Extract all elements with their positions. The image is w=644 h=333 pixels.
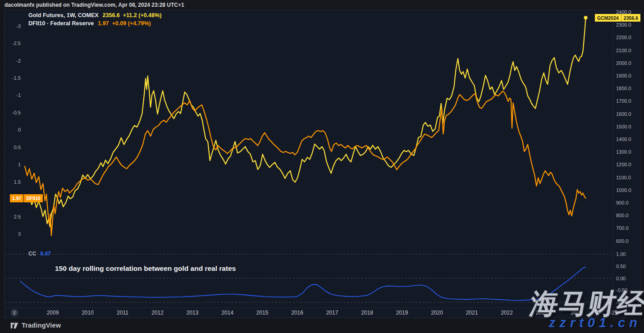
right-scale-tick: 1000.0 [616, 187, 631, 193]
watermark-url: zzrt01.cn [549, 315, 641, 330]
timezone-badge[interactable]: Z [11, 309, 18, 316]
legend[interactable]: Gold Futures, 1W, COMEX2356.6+11.2 (+0.4… [28, 11, 161, 27]
left-scale-tick: -1.5 [4, 75, 21, 81]
left-scale-tick: -1 [4, 92, 21, 98]
left-scale-tick: 2.5 [4, 214, 21, 220]
year-label: 2018 [354, 310, 381, 316]
gold-series-title[interactable]: Gold Futures, 1W, COMEX [28, 12, 99, 18]
year-label: 2015 [249, 310, 276, 316]
year-label: 2013 [179, 310, 206, 316]
dfii-series-title[interactable]: DFII10 · Federal Reserve [28, 20, 94, 27]
right-scale-tick: 2200.0 [616, 34, 631, 41]
right-scale-tick: 900.0 [616, 200, 629, 206]
year-label: 2017 [319, 310, 346, 316]
dfii-price-label: 1.97 [10, 194, 23, 202]
left-scale-tick: 0 [4, 127, 21, 133]
year-label: 2012 [144, 310, 171, 316]
attribution-text: dacolmanfx published on TradingView.com,… [5, 2, 184, 8]
right-scale-tick: 1300.0 [616, 149, 631, 155]
cc-scale-tick: 1.00 [616, 251, 626, 257]
right-scale-tick: 800.0 [616, 212, 629, 219]
cc-indicator-value: 0.47 [40, 251, 50, 257]
left-scale-tick: 3 [4, 231, 21, 237]
chart-annotation: 150 day rolling correlation between gold… [55, 265, 236, 273]
right-scale-tick: 1700.0 [616, 98, 631, 104]
dfii-axis-price-label: 1.97DFII10 [10, 194, 43, 202]
left-scale-tick: 0.5 [4, 144, 21, 151]
cc-scale-tick: 0.00 [616, 275, 626, 282]
tradingview-logo-text: TradingView [22, 322, 61, 329]
gold-change: +11.2 (+0.48%) [123, 12, 161, 18]
left-scale-tick: 1 [4, 161, 21, 168]
left-scale-tick: -3 [4, 23, 21, 29]
year-label: 2010 [74, 310, 101, 316]
right-scale-tick: 1100.0 [616, 174, 631, 181]
year-label: 2014 [214, 310, 241, 316]
dfii-last-value: 1.97 [98, 20, 109, 27]
year-label: 2009 [39, 310, 66, 316]
correlation-legend[interactable]: CC0.47 [28, 251, 51, 257]
right-scale-tick: 2300.0 [616, 22, 631, 28]
year-label: 2020 [424, 310, 451, 316]
right-scale-tick: 1200.0 [616, 161, 631, 168]
gold-axis-price-label: GCM20242356.6 [595, 14, 640, 22]
gold-symbol-label: GCM2024 [595, 14, 621, 22]
legend-row-gold[interactable]: Gold Futures, 1W, COMEX2356.6+11.2 (+0.4… [28, 11, 161, 19]
right-scale-tick: 1800.0 [616, 85, 631, 91]
right-scale-tick: 1500.0 [616, 123, 631, 130]
left-scale-tick: -2.5 [4, 40, 21, 46]
cc-indicator-name[interactable]: CC [28, 251, 36, 257]
right-scale-tick: 1400.0 [616, 136, 631, 142]
right-scale-tick: 2000.0 [616, 60, 631, 66]
gold-price-label: 2356.6 [621, 14, 640, 22]
dfii-symbol-label: DFII10 [24, 194, 43, 202]
cc-scale-tick: 0.50 [616, 263, 626, 269]
year-label: 2022 [493, 310, 521, 316]
gold-last-value: 2356.6 [103, 12, 120, 18]
year-label: 2016 [284, 310, 311, 316]
right-scale-tick: 1900.0 [616, 73, 631, 79]
right-scale-tick: 600.0 [616, 238, 629, 244]
left-scale-tick: -2 [4, 58, 21, 64]
right-scale-tick: 1600.0 [616, 111, 631, 117]
tradingview-logo-icon [10, 322, 18, 329]
right-scale-tick: 700.0 [616, 225, 629, 231]
left-scale-tick: 1.5 [4, 179, 21, 185]
tradingview-branding[interactable]: TradingView [10, 322, 61, 329]
year-label: 2011 [109, 310, 136, 316]
right-scale-tick: 2100.0 [616, 47, 631, 54]
legend-row-dfii[interactable]: DFII10 · Federal Reserve1.97+0.09 (+4.79… [28, 19, 161, 27]
attribution-bar: dacolmanfx published on TradingView.com,… [0, 0, 644, 10]
year-label: 2019 [388, 310, 416, 316]
left-scale-tick: -0.5 [4, 109, 21, 116]
dfii-change: +0.09 (+4.79%) [112, 20, 151, 27]
tradingview-snapshot: dacolmanfx published on TradingView.com,… [0, 0, 644, 333]
year-label: 2021 [458, 310, 485, 316]
